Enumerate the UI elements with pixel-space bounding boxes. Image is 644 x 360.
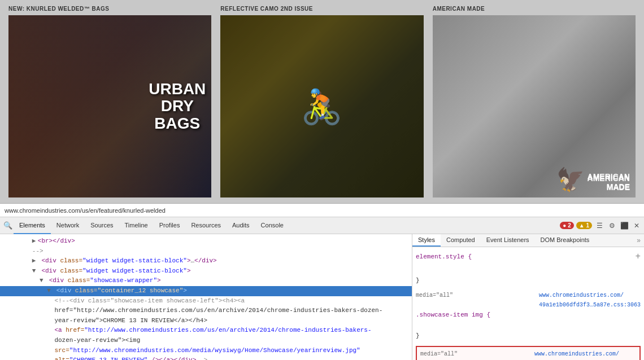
selector-showcase: .showcase-item img { xyxy=(416,311,490,318)
selector-element: element.style { xyxy=(416,252,472,262)
promo-image-urban[interactable]: URBANDRYBAGS xyxy=(8,15,211,197)
url-bar: www.chromeindustries.com/us/en/featured/… xyxy=(0,204,644,217)
promo-section: NEW: KNURLED WELDED™ BAGS URBANDRYBAGS R… xyxy=(0,0,644,203)
styles-tabs: Styles Computed Event Listeners DOM Brea… xyxy=(412,234,644,247)
html-line: dozen-year-review"><img xyxy=(0,336,412,346)
tab-sources[interactable]: Sources xyxy=(85,217,119,234)
html-line: ▼ <div class="showcase-wrapper"> xyxy=(0,276,412,286)
media-query-2: media="all" xyxy=(420,349,458,360)
toolbar-right: ● 2 ▲ 1 ☰ ⚙ ⬛ ✕ xyxy=(560,221,642,231)
html-line: <!--<div class="showcase-item showcase-l… xyxy=(0,296,412,306)
tab-resources[interactable]: Resources xyxy=(185,217,227,234)
dock-icon[interactable]: ⬛ xyxy=(619,221,629,231)
filter-icon[interactable]: ☰ xyxy=(594,221,604,231)
tab-network[interactable]: Network xyxy=(51,217,85,234)
tab-profiles[interactable]: Profiles xyxy=(154,217,186,234)
tab-timeline[interactable]: Timeline xyxy=(119,217,154,234)
devtools-toolbar: 🔍 Elements Network Sources Timeline Prof… xyxy=(0,217,644,234)
add-property-btn[interactable]: + xyxy=(635,249,641,265)
warning-badge: ▲ 1 xyxy=(576,222,592,229)
promo-image-camo[interactable]: 🚴 xyxy=(220,15,423,197)
devtools-content: ▶<br></div> --> ▶ <div class="widget wid… xyxy=(0,234,644,360)
devtools-panel: www.chromeindustries.com/us/en/featured/… xyxy=(0,203,644,360)
close-icon[interactable]: ✕ xyxy=(632,221,642,231)
html-panel[interactable]: ▶<br></div> --> ▶ <div class="widget wid… xyxy=(0,234,412,360)
tab-console[interactable]: Console xyxy=(255,217,289,234)
style-rule-element: element.style { + } xyxy=(416,249,641,286)
html-line: ▼ <div class="widget widget-static-block… xyxy=(0,266,412,276)
styles-tab-computed[interactable]: Computed xyxy=(441,234,481,247)
styles-tab-event-listeners[interactable]: Event Listeners xyxy=(481,234,535,247)
html-line: href="http://www.chromeindustries.com/us… xyxy=(0,306,412,316)
promo-label-camo: REFLECTIVE CAMO 2ND ISSUE xyxy=(220,6,423,12)
error-badge: ● 2 xyxy=(560,222,573,229)
html-line: src="http://www.chromeindustries.com/med… xyxy=(0,346,412,356)
html-line: <a href="http://www.chromeindustries.com… xyxy=(0,326,412,336)
promo-label-american: AMERICAN MADE xyxy=(433,6,636,12)
styles-tab-dom-breakpoints[interactable]: DOM Breakpoints xyxy=(535,234,595,247)
more-tabs-icon[interactable]: » xyxy=(633,234,644,247)
rule-body-empty xyxy=(416,320,641,331)
media-query-1: media="all" xyxy=(416,291,453,310)
promo-item-american: AMERICAN MADE AMERICANMADE 🦅 xyxy=(428,6,636,197)
html-line: --> xyxy=(0,247,412,257)
styles-panel: Styles Computed Event Listeners DOM Brea… xyxy=(412,234,644,360)
url-text: www.chromeindustries.com/us/en/featured/… xyxy=(5,207,166,214)
american-logo: 🦅 xyxy=(556,166,585,193)
american-made-text: AMERICANMADE xyxy=(588,172,630,192)
promo-item-camo: REFLECTIVE CAMO 2ND ISSUE 🚴 xyxy=(216,6,428,197)
style-rule-showcase: media="all" www.chromeindustries.com/49a… xyxy=(416,291,641,341)
promo-item-urban: NEW: KNURLED WELDED™ BAGS URBANDRYBAGS xyxy=(8,6,216,197)
rule-body xyxy=(416,265,641,275)
styles-tab-styles[interactable]: Styles xyxy=(412,234,441,247)
styles-content: element.style { + } media="all" www.chro… xyxy=(412,247,644,360)
html-line: ▶ <div class="widget widget-static-block… xyxy=(0,256,412,266)
tab-elements[interactable]: Elements xyxy=(14,217,51,234)
promo-label-urban: NEW: KNURLED WELDED™ BAGS xyxy=(8,6,211,12)
promo-image-american[interactable]: AMERICANMADE 🦅 xyxy=(433,15,636,197)
source-link-1[interactable]: www.chromeindustries.com/49a1e1b06dfd3f3… xyxy=(539,291,641,310)
html-line: ▶<br></div> xyxy=(0,236,412,247)
html-line: year-review">CHROME 13 IN REVIEW</a></h4… xyxy=(0,316,412,326)
style-rule-img: media="all" www.chromeindustries.com/49a… xyxy=(416,346,641,360)
html-line: alt="CHROME 13 IN REVIEW" /></a></div>--… xyxy=(0,355,412,360)
camo-figure: 🚴 xyxy=(301,86,343,126)
tab-audits[interactable]: Audits xyxy=(227,217,255,234)
settings-icon[interactable]: ⚙ xyxy=(607,221,617,231)
source-link-2[interactable]: www.chromeindustries.com/49a1e1b06dfd3f3… xyxy=(534,349,636,360)
html-line-selected: ▼ <div class="container_12 showcase"> xyxy=(0,286,412,296)
urban-text: URBANDRYBAGS xyxy=(149,80,206,132)
website-preview: NEW: KNURLED WELDED™ BAGS URBANDRYBAGS R… xyxy=(0,0,644,203)
search-icon[interactable]: 🔍 xyxy=(2,220,14,231)
